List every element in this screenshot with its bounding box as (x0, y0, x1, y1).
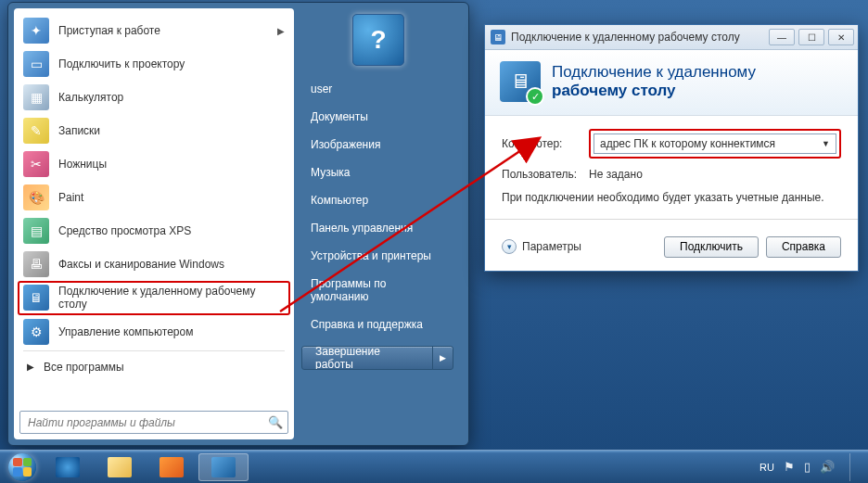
dialog-header: 🖥 Подключение к удаленному рабочему стол… (485, 50, 858, 116)
start-menu-programs-pane: ✦ Приступая к работе ▭ Подключить к прое… (14, 8, 294, 439)
program-label: Подключить к проектору (58, 57, 285, 70)
right-link-pictures[interactable]: Изображения (301, 131, 455, 159)
credentials-note: При подключении необходимо будет указать… (502, 190, 841, 206)
separator (485, 219, 858, 220)
taskbar-item-ie[interactable] (43, 453, 93, 481)
dialog-titlebar[interactable]: 🖥 Подключение к удаленному рабочему стол… (485, 25, 858, 50)
computer-field-highlight: адрес ПК к которому коннектимся ▼ (589, 129, 841, 159)
remote-desktop-icon: 🖥 (23, 285, 49, 311)
shutdown-split-button: Завершение работы ▶ (301, 346, 453, 370)
separator (23, 350, 285, 351)
sticky-notes-icon: ✎ (23, 118, 49, 144)
right-link-computer[interactable]: Компьютер (301, 186, 455, 214)
user-label: Пользователь: (502, 168, 580, 181)
help-avatar-icon[interactable]: ? (352, 14, 404, 66)
right-link-devices[interactable]: Устройства и принтеры (301, 242, 455, 270)
system-tray: RU ⚑ ▯ 🔊 (760, 453, 862, 481)
right-link-documents[interactable]: Документы (301, 103, 455, 131)
calculator-icon: ▦ (23, 84, 49, 110)
right-link-control-panel[interactable]: Панель управления (301, 214, 455, 242)
help-button[interactable]: Справка (766, 236, 841, 258)
xps-icon: ▤ (23, 218, 49, 244)
remote-desktop-icon: 🖥 (491, 30, 505, 44)
start-menu: ✦ Приступая к работе ▭ Подключить к прое… (7, 2, 469, 446)
remote-desktop-dialog: 🖥 Подключение к удаленному рабочему стол… (484, 24, 859, 272)
program-getting-started[interactable]: ✦ Приступая к работе (18, 14, 290, 47)
program-calculator[interactable]: ▦ Калькулятор (18, 81, 290, 114)
taskbar-item-wmp[interactable] (147, 453, 197, 481)
connect-button[interactable]: Подключить (664, 236, 759, 258)
options-expander[interactable]: ▾ Параметры (502, 239, 581, 254)
fax-icon: 🖶 (23, 251, 49, 277)
program-xps-viewer[interactable]: ▤ Средство просмотра XPS (18, 214, 290, 248)
right-link-music[interactable]: Музыка (301, 159, 455, 186)
search-wrap: 🔍 (18, 407, 290, 436)
submenu-chevron-icon (277, 26, 285, 36)
program-label: Ножницы (58, 158, 285, 171)
chevron-down-icon: ▾ (502, 239, 517, 254)
program-label: Управление компьютером (58, 325, 285, 338)
shutdown-button[interactable]: Завершение работы (302, 347, 432, 369)
program-label: Записки (58, 124, 285, 137)
search-icon: 🔍 (268, 414, 283, 428)
program-computer-mgmt[interactable]: ⚙ Управление компьютером (18, 315, 290, 349)
program-snipping-tool[interactable]: ✂ Ножницы (18, 147, 290, 181)
chevron-down-icon: ▼ (822, 139, 830, 148)
program-label: Калькулятор (58, 91, 285, 104)
show-desktop-button[interactable] (849, 453, 859, 481)
computer-mgmt-icon: ⚙ (23, 319, 49, 345)
computer-value: адрес ПК к которому коннектимся (600, 137, 775, 150)
program-paint[interactable]: 🎨 Paint (18, 181, 290, 214)
paint-icon: 🎨 (23, 184, 49, 210)
explorer-icon (108, 457, 132, 477)
projector-icon: ▭ (23, 51, 49, 77)
program-label: Paint (58, 191, 285, 204)
start-menu-right-pane: ? user Документы Изображения Музыка Комп… (294, 8, 463, 439)
user-value: Не задано (589, 168, 643, 181)
action-center-icon[interactable]: ⚑ (784, 460, 795, 474)
close-button[interactable]: ✕ (828, 29, 854, 45)
program-label: Подключение к удаленному рабочему столу (58, 285, 285, 311)
volume-icon[interactable]: 🔊 (820, 460, 835, 474)
taskbar-item-explorer[interactable] (95, 453, 145, 481)
ie-icon (56, 457, 80, 477)
program-label: Средство просмотра XPS (58, 224, 285, 237)
taskbar-item-rdp[interactable] (198, 453, 249, 481)
right-link-help[interactable]: Справка и поддержка (301, 311, 455, 338)
dialog-title: Подключение к удаленному рабочему столу (511, 31, 740, 44)
program-projector[interactable]: ▭ Подключить к проектору (18, 47, 290, 81)
chevron-right-icon: ▶ (27, 362, 34, 372)
remote-desktop-large-icon: 🖥 (500, 61, 541, 102)
dialog-header-text: Подключение к удаленному рабочему столу (552, 63, 756, 101)
search-input[interactable] (19, 411, 288, 434)
program-sticky-notes[interactable]: ✎ Записки (18, 114, 290, 147)
shutdown-options-chevron-icon[interactable]: ▶ (432, 347, 453, 369)
minimize-button[interactable]: — (769, 29, 795, 45)
right-link-user[interactable]: user (301, 75, 455, 103)
computer-label: Компьютер: (502, 137, 580, 150)
scissors-icon: ✂ (23, 151, 49, 177)
start-button[interactable] (4, 452, 41, 482)
all-programs-label: Все программы (44, 361, 124, 374)
network-icon[interactable]: ▯ (804, 460, 811, 474)
program-label: Факсы и сканирование Windows (58, 258, 285, 271)
all-programs[interactable]: ▶ Все программы (18, 353, 290, 381)
language-indicator[interactable]: RU (760, 462, 774, 473)
computer-combobox[interactable]: адрес ПК к которому коннектимся ▼ (594, 133, 836, 154)
program-remote-desktop[interactable]: 🖥 Подключение к удаленному рабочему стол… (18, 281, 290, 315)
taskbar: RU ⚑ ▯ 🔊 (0, 450, 868, 483)
right-link-default-programs[interactable]: Программы по умолчанию (301, 270, 455, 311)
maximize-button[interactable]: ☐ (798, 29, 824, 45)
remote-desktop-icon (211, 457, 236, 477)
program-fax-scan[interactable]: 🖶 Факсы и сканирование Windows (18, 248, 290, 281)
options-label: Параметры (522, 240, 581, 253)
program-label: Приступая к работе (58, 24, 268, 37)
media-player-icon (160, 457, 184, 477)
getting-started-icon: ✦ (23, 18, 49, 44)
